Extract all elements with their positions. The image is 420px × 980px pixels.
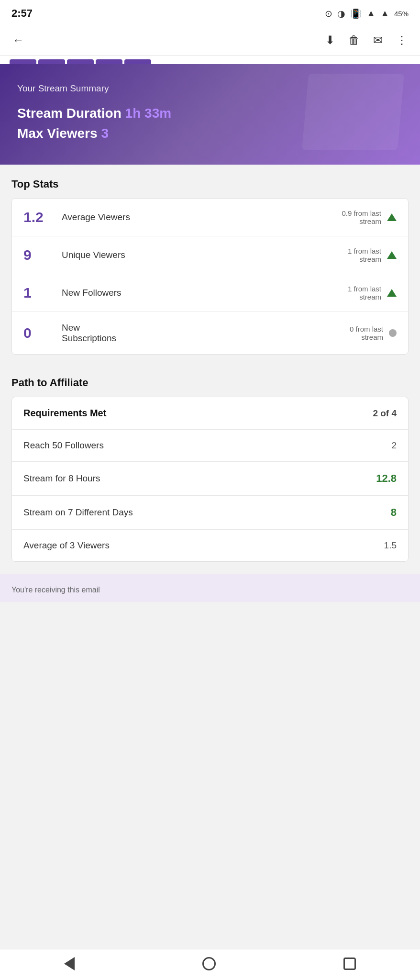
stat-average-viewers-label: Average Viewers [62,212,342,223]
battery-level: 45% [394,10,409,18]
tab-pill-2 [38,59,65,64]
table-row: 0 NewSubscriptions 0 from laststream [12,312,408,354]
tab-strip [0,56,420,64]
email-footer-text: You're receiving this email [11,586,100,594]
trend-neutral-icon [389,329,397,337]
system-home-button[interactable] [202,957,216,970]
more-options-icon[interactable]: ⋮ [393,31,410,50]
max-viewers-line: Max Viewers 3 [17,123,403,144]
list-item: Reach 50 Followers 2 [12,430,408,462]
max-viewers-label: Max Viewers [17,126,98,141]
affiliate-card: Requirements Met 2 of 4 Reach 50 Followe… [11,397,409,562]
stream-banner: Your Stream Summary Stream Duration 1h 3… [0,64,420,165]
list-item: Stream for 8 Hours 12.8 [12,462,408,496]
top-stats-section: Top Stats 1.2 Average Viewers 0.9 from l… [0,165,420,363]
back-button[interactable]: ← [10,31,27,50]
stream-days-value: 8 [391,506,397,519]
stream-hours-label: Stream for 8 Hours [23,473,376,484]
reach-followers-label: Reach 50 Followers [23,440,391,451]
system-nav-bar [0,949,420,980]
table-row: 1 New Followers 1 from laststream [12,274,408,312]
notification-icon: ⊙ [325,8,332,19]
stat-average-viewers-value: 1.2 [23,209,62,225]
stream-days-label: Stream on 7 Different Days [23,507,391,518]
wifi-icon: ▲ [366,8,376,19]
list-item: Requirements Met 2 of 4 [12,397,408,430]
trend-up-icon [387,289,397,297]
mail-icon[interactable]: ✉ [370,31,386,50]
avg-viewers-label: Average of 3 Viewers [23,540,384,551]
top-stats-card: 1.2 Average Viewers 0.9 from laststream … [11,198,409,355]
requirements-met-value: 2 of 4 [373,408,397,419]
stat-unique-viewers-change: 1 from laststream [348,247,381,263]
status-icons: ⊙ ◑ 📳 ▲ ▲ 45% [325,8,409,19]
delete-icon[interactable]: 🗑 [345,31,363,50]
stat-unique-viewers-value: 9 [23,247,62,263]
status-bar: 2:57 ⊙ ◑ 📳 ▲ ▲ 45% [0,0,420,25]
list-item: Stream on 7 Different Days 8 [12,496,408,530]
duration-label: Stream Duration [17,106,122,121]
stream-duration-line: Stream Duration 1h 33m [17,103,403,123]
stat-new-subs-change: 0 from laststream [350,325,383,341]
signal-icon: ▲ [380,8,389,19]
email-footer: You're receiving this email [0,574,420,602]
max-viewers-value: 3 [101,126,109,141]
stream-hours-value: 12.8 [376,472,397,485]
stat-new-followers-change: 1 from laststream [348,285,381,301]
system-recents-button[interactable] [343,958,356,970]
affiliate-title: Path to Affiliate [11,377,409,389]
trend-up-icon [387,251,397,259]
top-stats-title: Top Stats [11,178,409,190]
trend-up-icon [387,213,397,221]
path-to-affiliate-section: Path to Affiliate Requirements Met 2 of … [0,363,420,567]
bottom-spacer [0,602,420,640]
tab-pill-3 [67,59,94,64]
stat-new-followers-label: New Followers [62,288,348,298]
avg-viewers-value: 1.5 [384,540,397,551]
stat-average-viewers-change: 0.9 from laststream [342,209,381,225]
stat-new-subs-label: NewSubscriptions [62,323,350,344]
tab-pill-4 [96,59,122,64]
table-row: 1.2 Average Viewers 0.9 from laststream [12,199,408,236]
tab-pill-1 [10,59,36,64]
status-time: 2:57 [11,7,33,20]
stat-new-followers-value: 1 [23,285,62,301]
download-icon[interactable]: ⬇ [322,31,338,50]
reach-followers-value: 2 [391,440,397,451]
stat-unique-viewers-label: Unique Viewers [62,250,348,260]
duration-value: 1h 33m [125,106,172,121]
stat-new-subs-value: 0 [23,325,62,341]
sync-icon: ◑ [337,8,345,19]
list-item: Average of 3 Viewers 1.5 [12,530,408,561]
stream-banner-subtitle: Your Stream Summary [17,83,403,94]
vibrate-icon: 📳 [350,8,362,19]
table-row: 9 Unique Viewers 1 from laststream [12,236,408,274]
tab-pill-5 [124,59,151,64]
nav-actions: ⬇ 🗑 ✉ ⋮ [322,31,410,50]
nav-bar: ← ⬇ 🗑 ✉ ⋮ [0,25,420,56]
system-back-button[interactable] [64,957,75,970]
requirements-met-label: Requirements Met [23,408,373,419]
